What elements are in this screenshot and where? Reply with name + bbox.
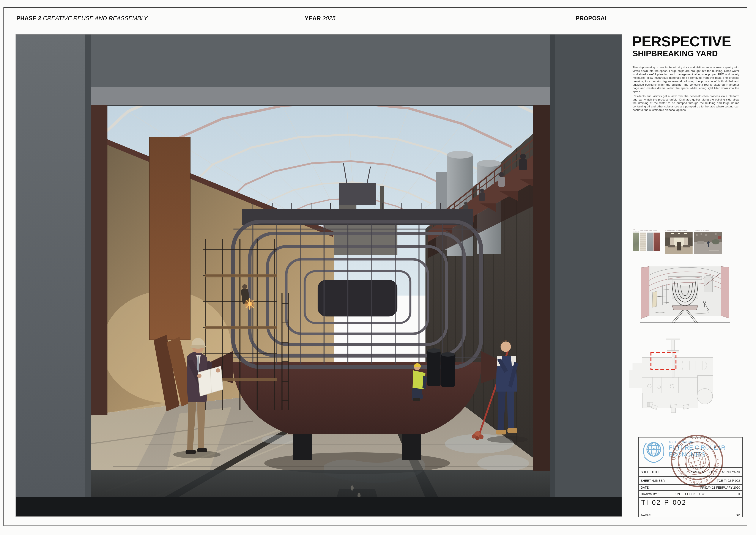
left-column bbox=[15, 34, 91, 517]
description-paragraph-2: Residents and visitors get a view over t… bbox=[632, 95, 739, 112]
year-label: YEAR bbox=[305, 15, 321, 21]
drawn-by-cell: DRAWN BY : UN bbox=[639, 491, 683, 497]
sheet-title-row: SHEET TITLE : PERSPECTIVE SHIP BREAKING … bbox=[639, 467, 742, 476]
right-jamb bbox=[533, 105, 550, 471]
ship-funnel bbox=[339, 183, 376, 205]
checked-by-value: TI bbox=[738, 492, 740, 496]
left-jamb bbox=[91, 105, 107, 415]
phase-label: PHASE 2 bbox=[16, 15, 42, 21]
scale-label: SCALE : bbox=[641, 513, 653, 517]
right-column bbox=[550, 34, 622, 517]
material-swatch-raked bbox=[654, 233, 660, 251]
date-value: FRIDAY 21 FEBRUARY 2020 bbox=[700, 486, 740, 489]
drawing-number: TI-02-P-002 bbox=[641, 499, 686, 507]
sheet-number-row: SHEET NUMBER : FCE-TI-02-P-002 bbox=[639, 476, 742, 484]
perspective-rendering bbox=[15, 34, 622, 517]
sketch-tank bbox=[704, 275, 713, 292]
rust-panel-large bbox=[149, 137, 190, 340]
drawing-sheet: PHASE 2 CREATIVE REUSE AND REASSEMBLY YE… bbox=[0, 0, 756, 535]
description-paragraph-1: The shipbreaking occurs in the old dry d… bbox=[632, 66, 739, 93]
checked-by-label: CHECKED BY : bbox=[685, 492, 706, 496]
museum-photo-illustration bbox=[665, 232, 692, 254]
reference-photo-street bbox=[694, 232, 722, 254]
sketch-left-wall bbox=[641, 267, 649, 319]
drawn-by-value: UN bbox=[676, 492, 680, 496]
drawn-by-label: DRAWN BY : bbox=[641, 492, 658, 496]
phase-title: CREATIVE REUSE AND REASSEMBLY bbox=[43, 15, 148, 21]
header-phase: PHASE 2 CREATIVE REUSE AND REASSEMBLY bbox=[16, 15, 148, 22]
scale-value: NA bbox=[736, 513, 740, 517]
date-row: DATE : FRIDAY 21 FEBRUARY 2020 bbox=[639, 484, 742, 490]
swatch-label: RAW / CONCRETE bbox=[633, 229, 640, 232]
swatch-label: RAKED bbox=[654, 230, 661, 232]
photo-caption: MAILLOL MUSEUM - EXPANDED DRAWING bbox=[665, 230, 687, 231]
header-year: YEAR 2025 bbox=[305, 15, 335, 22]
reference-photo-museum bbox=[665, 232, 692, 254]
concept-sketch bbox=[640, 260, 730, 323]
photo-caption: PEOPLES HALL - INFLUENCE bbox=[694, 230, 709, 231]
sketch-right-wall bbox=[721, 267, 729, 318]
scale-row: SCALE : NA bbox=[639, 511, 742, 518]
swatch-label: ALTERNATIVE bbox=[640, 230, 647, 232]
swatch-label: BRUSHED bbox=[647, 230, 654, 232]
org-line-2: ECONOMIES bbox=[669, 451, 706, 458]
page-title: PERSPECTIVE bbox=[632, 34, 731, 48]
material-swatch-brushed bbox=[647, 233, 653, 251]
key-plan bbox=[629, 338, 722, 413]
sheet-title-label: SHEET TITLE : bbox=[641, 470, 661, 474]
street-photo-illustration bbox=[694, 232, 722, 254]
sheet-number-value: FCE-TI-02-P-002 bbox=[717, 479, 740, 482]
checked-by-cell: CHECKED BY : TI bbox=[683, 491, 742, 497]
org-line-1: FUTURE CIRCULAR bbox=[669, 444, 726, 451]
un-org-name: UNITED NATIONS bbox=[669, 440, 695, 443]
title-block: UNITED NATIONS FUTURE CIRCULAR ECONOMIES… bbox=[638, 437, 743, 517]
un-logo-icon bbox=[641, 439, 667, 465]
sheet-title-value: PERSPECTIVE SHIP BREAKING YARD bbox=[686, 470, 740, 474]
page-subtitle: SHIPBREAKING YARD bbox=[632, 50, 718, 58]
material-swatch-concrete bbox=[633, 233, 639, 251]
sheet-number-label: SHEET NUMBER : bbox=[641, 479, 666, 482]
plan-building-outline bbox=[629, 338, 713, 408]
material-swatch-alternative bbox=[640, 233, 646, 251]
date-label: DATE : bbox=[641, 486, 650, 489]
year-value: 2025 bbox=[322, 15, 335, 21]
drawn-checked-row: DRAWN BY : UN CHECKED BY : TI bbox=[639, 490, 742, 497]
header-proposal: PROPOSAL bbox=[575, 15, 608, 22]
